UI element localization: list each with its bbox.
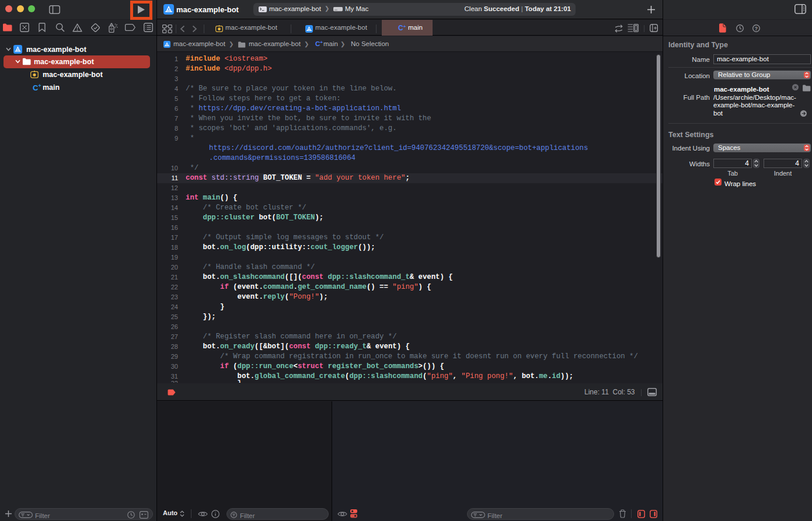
svg-text:?: ?	[755, 26, 758, 32]
